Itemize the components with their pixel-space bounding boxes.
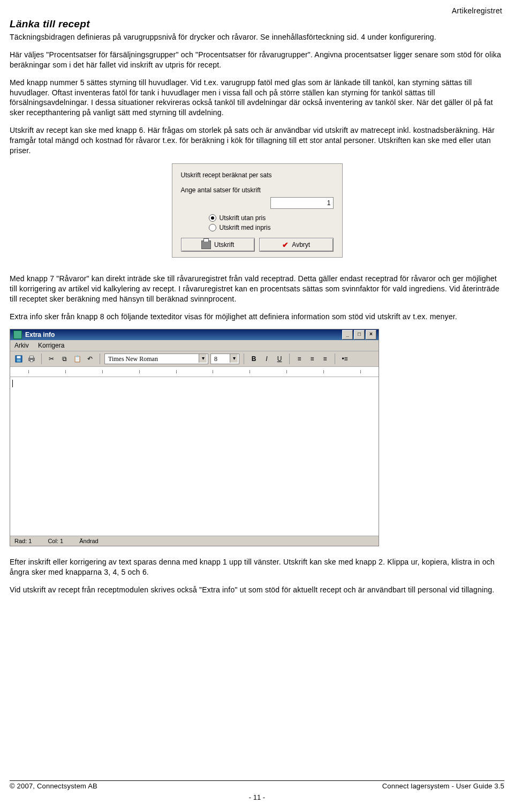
paragraph: Extra info sker från knapp 8 och följand… [10, 312, 504, 322]
status-col: Col: 1 [48, 538, 63, 544]
print-dialog: Utskrift recept beräknat per sats Ange a… [172, 163, 343, 258]
printer-icon[interactable] [26, 354, 37, 364]
radio-with-price[interactable]: Utskrift med inpris [209, 224, 334, 231]
align-center-icon[interactable]: ≡ [307, 354, 318, 364]
paragraph: Med knapp nummer 5 sättes styrning till … [10, 78, 504, 118]
paragraph: Utskrift av recept kan ske med knapp 6. … [10, 125, 504, 156]
font-family-select[interactable]: Times New Roman [104, 354, 208, 364]
align-left-icon[interactable]: ≡ [294, 354, 305, 364]
paste-icon[interactable]: 📋 [72, 354, 82, 364]
undo-icon[interactable]: ↶ [85, 354, 95, 364]
radio-icon [209, 214, 216, 222]
button-label: Avbryt [292, 241, 310, 249]
svg-rect-1 [17, 356, 21, 358]
paragraph: Här väljes "Procentsatser för färsäljnin… [10, 50, 504, 70]
batch-count-input[interactable] [270, 197, 334, 209]
cut-icon[interactable]: ✂ [46, 354, 57, 364]
cancel-button[interactable]: ✔ Avbryt [259, 238, 334, 252]
svg-rect-5 [30, 360, 33, 362]
toolbar-separator [289, 354, 290, 364]
window-title: Extra info [25, 331, 55, 339]
close-button[interactable]: × [366, 330, 376, 340]
maximize-button[interactable]: □ [354, 330, 365, 340]
page-header-right: Artikelregistret [10, 6, 502, 15]
dialog-prompt: Ange antal satser för utskrift [181, 186, 334, 194]
toolbar-separator [335, 354, 335, 364]
toolbar-separator [100, 354, 100, 364]
toolbar: ✂ ⧉ 📋 ↶ Times New Roman 8 B I U ≡ ≡ ≡ •≡ [10, 351, 379, 367]
text-cursor [12, 380, 13, 387]
toolbar-separator [244, 354, 244, 364]
check-icon: ✔ [282, 240, 289, 249]
toolbar-separator [41, 354, 42, 364]
bold-icon[interactable]: B [248, 354, 259, 364]
radio-without-price[interactable]: Utskrift utan pris [209, 214, 334, 222]
italic-icon[interactable]: I [261, 354, 272, 364]
status-bar: Rad: 1 Col: 1 Ändrad [10, 536, 379, 546]
svg-rect-4 [30, 356, 34, 358]
window-titlebar: Extra info _ □ × [10, 329, 379, 340]
dialog-title: Utskrift recept beräknat per sats [181, 171, 334, 179]
footer-page-number: - 11 - [10, 793, 504, 801]
bullets-icon[interactable]: •≡ [339, 354, 350, 364]
align-right-icon[interactable]: ≡ [320, 354, 330, 364]
button-label: Utskrift [214, 241, 234, 249]
svg-rect-2 [17, 359, 21, 362]
page-footer: © 2007, Connectsystem AB Connect lagersy… [10, 780, 504, 801]
paragraph: Vid utskrift av recept från receptmodule… [10, 585, 504, 595]
paragraph: Efter inskrift eller korrigering av text… [10, 557, 504, 577]
font-size-select[interactable]: 8 [210, 354, 239, 364]
minimize-button[interactable]: _ [342, 330, 353, 340]
footer-copyright: © 2007, Connectsystem AB [10, 782, 97, 790]
status-row: Rad: 1 [14, 538, 32, 544]
radio-label: Utskrift utan pris [220, 214, 266, 222]
ruler [10, 367, 379, 377]
underline-icon[interactable]: U [274, 354, 285, 364]
radio-label: Utskrift med inpris [220, 224, 271, 231]
text-editor-area[interactable] [10, 377, 379, 536]
printer-icon [201, 240, 211, 249]
extra-info-window: Extra info _ □ × Arkiv Korrigera ✂ ⧉ 📋 ↶… [10, 329, 379, 546]
menu-edit[interactable]: Korrigera [38, 342, 64, 349]
paragraph: Täckningsbidragen definieras på varugrup… [10, 32, 504, 42]
section-title: Länka till recept [10, 18, 504, 30]
paragraph: Med knapp 7 "Råvaror" kan direkt inträde… [10, 274, 504, 304]
copy-icon[interactable]: ⧉ [59, 354, 70, 364]
menu-file[interactable]: Arkiv [14, 342, 29, 349]
save-icon[interactable] [13, 354, 24, 364]
radio-icon [209, 224, 216, 231]
status-modified: Ändrad [79, 538, 98, 544]
menu-bar: Arkiv Korrigera [10, 340, 379, 351]
app-icon [13, 330, 22, 339]
print-button[interactable]: Utskrift [181, 238, 255, 252]
footer-doc-title: Connect lagersystem - User Guide 3.5 [382, 782, 504, 790]
